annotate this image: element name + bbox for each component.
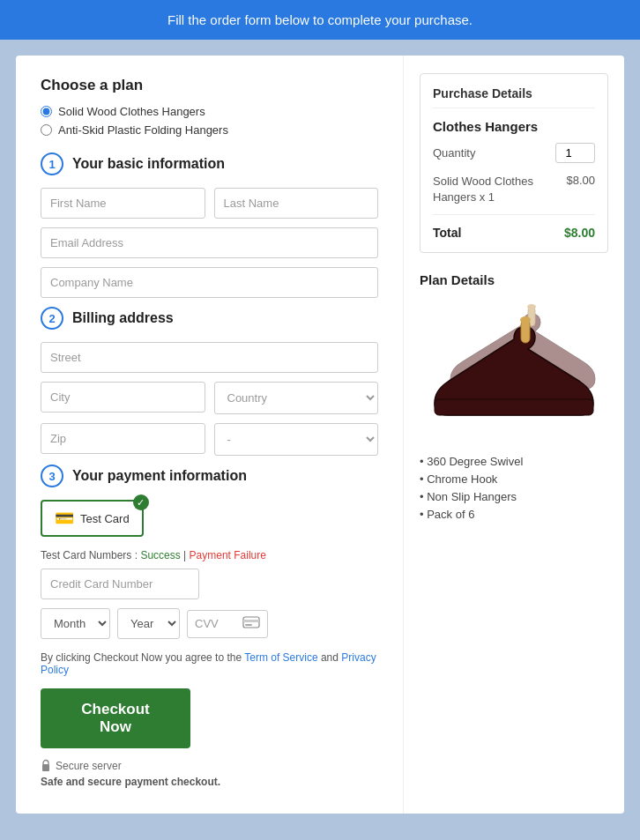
top-banner: Fill the order form below to complete yo…: [0, 0, 640, 40]
step2-circle: 2: [41, 307, 63, 330]
main-container: Choose a plan Solid Wood Clothes Hangers…: [16, 56, 624, 814]
cc-number-wrapper: [41, 569, 378, 599]
step1-header: 1 Your basic information: [41, 152, 378, 175]
cc-number-input[interactable]: [41, 569, 199, 599]
svg-rect-1: [243, 620, 259, 622]
quantity-label: Quantity: [433, 146, 475, 160]
plan-option-1[interactable]: Solid Wood Clothes Hangers: [41, 105, 378, 118]
total-row: Total $8.00: [433, 226, 595, 240]
expiry-row: Month 01 02 03 04 05 06 07 08 09 10 11 1…: [41, 608, 378, 639]
failure-link[interactable]: Payment Failure: [190, 549, 266, 561]
secure-server-label: Secure server: [56, 760, 122, 772]
name-row: [41, 188, 378, 219]
last-name-input[interactable]: [214, 188, 379, 219]
choose-plan-title: Choose a plan: [41, 77, 378, 94]
plan-radio-group: Solid Wood Clothes Hangers Anti-Skid Pla…: [41, 105, 378, 137]
country-field: Country: [214, 382, 379, 414]
card-option[interactable]: 💳 Test Card ✓: [41, 500, 144, 537]
step2-header: 2 Billing address: [41, 307, 378, 330]
step1-label: Your basic information: [72, 156, 225, 172]
step3-header: 3 Your payment information: [41, 465, 378, 487]
step2-label: Billing address: [72, 310, 174, 326]
street-input[interactable]: [41, 342, 378, 373]
purchase-details-box: Purchase Details Clothes Hangers Quantit…: [420, 73, 608, 253]
state-field: -: [214, 423, 379, 456]
cvv-field: [187, 610, 268, 638]
email-input[interactable]: [41, 227, 378, 258]
purchase-details-title: Purchase Details: [433, 86, 595, 108]
plan-option-2-label: Anti-Skid Plastic Folding Hangers: [58, 123, 228, 137]
hanger-svg: [420, 298, 608, 439]
total-label: Total: [433, 226, 461, 240]
step3-circle: 3: [41, 465, 63, 487]
item-price: $8.00: [566, 174, 595, 187]
banner-text: Fill the order form below to complete yo…: [167, 12, 473, 27]
tos-link[interactable]: Term of Service: [244, 651, 317, 664]
state-select[interactable]: -: [214, 423, 379, 456]
zip-field: [41, 423, 205, 456]
last-name-field: [214, 188, 379, 219]
lock-icon: [41, 759, 51, 772]
card-label: Test Card: [80, 512, 130, 525]
cvv-input[interactable]: [195, 617, 239, 630]
plan-details: Plan Details: [420, 272, 608, 521]
first-name-input[interactable]: [41, 188, 205, 219]
zip-state-row: -: [41, 423, 378, 456]
test-card-info: Test Card Numbers : Success | Payment Fa…: [41, 549, 378, 561]
svg-rect-3: [42, 764, 49, 771]
street-field-wrapper: [41, 342, 378, 373]
card-icon: 💳: [55, 509, 74, 528]
svg-point-5: [527, 304, 536, 309]
secure-info: Secure server: [41, 759, 378, 772]
company-field-wrapper: [41, 267, 378, 298]
zip-input[interactable]: [41, 423, 205, 454]
feature-2: Chrome Hook: [420, 472, 608, 486]
country-select[interactable]: Country: [214, 382, 379, 414]
terms-text: By clicking Checkout Now you agree to th…: [41, 651, 378, 676]
quantity-input[interactable]: [555, 143, 595, 163]
cvv-icon: [242, 616, 260, 632]
plan-radio-2[interactable]: [41, 124, 52, 136]
hanger-image: [420, 298, 608, 442]
check-badge: ✓: [133, 494, 149, 510]
checkout-button[interactable]: Checkout Now: [41, 688, 190, 748]
email-field-wrapper: [41, 227, 378, 258]
month-select[interactable]: Month 01 02 03 04 05 06 07 08 09 10 11 1…: [41, 608, 110, 639]
product-title: Clothes Hangers: [433, 119, 595, 134]
svg-point-7: [520, 316, 531, 323]
item-label: Solid Wood ClothesHangers x 1: [433, 174, 533, 205]
company-input[interactable]: [41, 267, 378, 298]
safe-text: Safe and secure payment checkout.: [41, 776, 378, 788]
success-link[interactable]: Success: [140, 549, 180, 561]
feature-4: Pack of 6: [420, 508, 608, 521]
price-row: Solid Wood ClothesHangers x 1 $8.00: [433, 174, 595, 215]
plan-option-1-label: Solid Wood Clothes Hangers: [58, 105, 205, 118]
right-panel: Purchase Details Clothes Hangers Quantit…: [404, 56, 624, 814]
total-price: $8.00: [564, 226, 595, 240]
feature-3: Non Slip Hangers: [420, 490, 608, 503]
plan-option-2[interactable]: Anti-Skid Plastic Folding Hangers: [41, 123, 378, 137]
quantity-row: Quantity: [433, 143, 595, 163]
plan-features: 360 Degree Swivel Chrome Hook Non Slip H…: [420, 455, 608, 521]
city-country-row: Country: [41, 382, 378, 414]
feature-1: 360 Degree Swivel: [420, 455, 608, 468]
plan-details-title: Plan Details: [420, 272, 608, 287]
city-field: [41, 382, 205, 414]
city-input[interactable]: [41, 382, 205, 413]
left-panel: Choose a plan Solid Wood Clothes Hangers…: [16, 56, 404, 814]
svg-rect-2: [245, 624, 252, 626]
first-name-field: [41, 188, 205, 219]
step1-circle: 1: [41, 152, 63, 175]
year-select[interactable]: Year 2024 2025 2026 2027 2028: [117, 608, 180, 639]
plan-radio-1[interactable]: [41, 106, 52, 117]
svg-rect-8: [435, 399, 593, 415]
step3-label: Your payment information: [72, 468, 247, 484]
